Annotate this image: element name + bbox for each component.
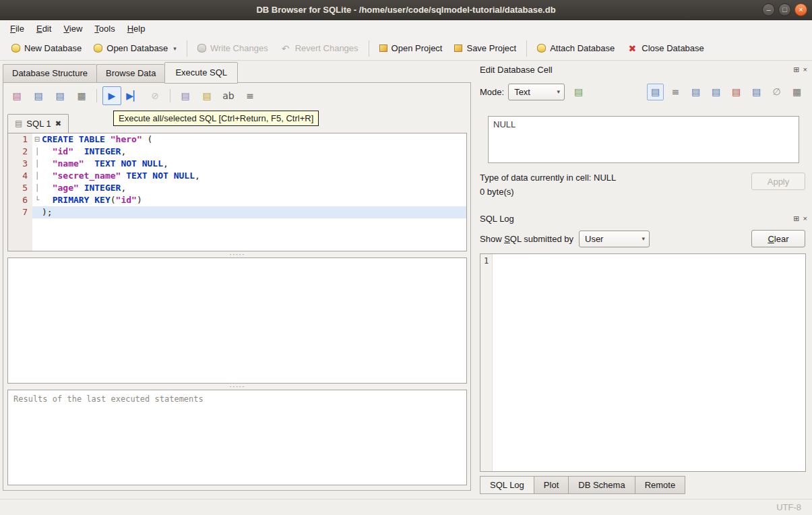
menu-tools[interactable]: Tools [88,22,121,36]
tab-browse-data[interactable]: Browse Data [96,64,164,83]
import-cell-button[interactable]: ▤ [748,84,765,100]
fold-marker-icon[interactable] [32,206,42,218]
fold-marker-icon[interactable]: │ [32,182,42,194]
close-icon[interactable]: × [803,215,807,222]
new-database-button[interactable]: New Database [5,40,88,57]
toolbar-separator [526,40,527,57]
fold-marker-icon[interactable]: │ [32,146,42,158]
write-changes-icon [197,44,206,53]
revert-changes-button[interactable]: ↶Revert Changes [274,40,365,57]
attach-database-label: Attach Database [550,43,615,53]
text-mode-button[interactable]: ▤ [647,84,664,100]
tab-execute-sql[interactable]: Execute SQL [164,62,238,84]
set-null-button[interactable]: ∅ [768,84,785,100]
find-replace-button[interactable]: ab [219,86,238,105]
cell-toolbar: ▤▤≡▤▤▤▤∅▦ [570,84,805,100]
mode-select[interactable]: Text ▾ [508,84,565,100]
tab-database-structure[interactable]: Database Structure [3,64,96,83]
new-database-icon [11,44,20,53]
close-button[interactable]: × [794,3,807,16]
log-line-number: 1 [480,254,493,471]
new-database-label: New Database [24,43,82,53]
sql-log-header: SQL Log ⊞ × [480,212,807,225]
execute-line-button[interactable]: ▶▏ [124,86,143,105]
chevron-down-icon[interactable]: ▾ [173,45,177,52]
menu-edit[interactable]: Edit [30,22,57,36]
log-filter-select[interactable]: User ▾ [579,231,650,247]
tab-remote[interactable]: Remote [635,476,686,494]
export-cell-icon: ▤ [732,87,741,96]
splitter-handle[interactable] [7,252,467,257]
tab-sql-log[interactable]: SQL Log [480,476,534,494]
cell-mode-row: Mode: Text ▾ ▤▤≡▤▤▤▤∅▦ [480,82,805,101]
close-database-button[interactable]: ✖Close Database [621,40,710,57]
save-sql-file-button[interactable]: ▤ [29,86,48,105]
export-results-icon: ▤ [202,91,211,100]
editor-line[interactable]: 6└ PRIMARY KEY("id") [8,194,466,206]
word-wrap-button[interactable]: ≡ [241,86,259,105]
open-project-label: Open Project [392,43,443,53]
sql-editor[interactable]: 1⊟CREATE TABLE "hero" (2│ "id" INTEGER,3… [7,133,467,251]
open-project-button[interactable]: Open Project [373,40,449,57]
fold-marker-icon[interactable]: │ [32,158,42,170]
import-cell-icon: ▤ [752,87,761,96]
editor-line[interactable]: 5│ "age" INTEGER, [8,182,466,194]
window-controls: – □ × [762,3,807,16]
export-cell-button[interactable]: ▤ [728,84,745,100]
save-project-label: Save Project [466,43,516,53]
paste-button[interactable]: ▤ [708,84,724,100]
save-results-button[interactable]: ▤ [176,86,195,105]
stop-button[interactable]: ⊘ [146,86,164,105]
fold-marker-icon[interactable]: │ [32,170,42,182]
editor-line[interactable]: 4│ "secret_name" TEXT NOT NULL, [8,170,466,182]
tab-plot[interactable]: Plot [534,476,569,494]
editor-line[interactable]: 3│ "name" TEXT NOT NULL, [8,158,466,170]
print-button[interactable]: ▦ [788,84,805,100]
fold-marker-icon[interactable]: └ [32,194,42,206]
copy-button[interactable]: ▤ [687,84,704,100]
editor-line[interactable]: 7); [8,206,466,218]
attach-database-button[interactable]: Attach Database [531,40,621,57]
execute-line-icon: ▶▏ [126,91,141,100]
fold-marker-icon[interactable]: ⊟ [32,133,42,146]
maximize-button[interactable]: □ [778,3,791,16]
word-wrap-button[interactable]: ≡ [667,84,684,100]
menu-help[interactable]: Help [121,22,152,36]
line-number: 1 [8,133,32,146]
toolbar-separator [187,40,187,57]
save-sql-as-button[interactable]: ▤ [51,86,69,105]
tab-db-schema[interactable]: DB Schema [569,476,635,494]
open-sql-file-button[interactable]: ▤ [7,86,26,105]
close-icon[interactable]: × [803,66,807,73]
sql-log-box[interactable]: 1 [480,253,806,472]
open-database-label: Open Database [106,43,168,53]
code-text: PRIMARY KEY("id") [42,194,142,206]
import-from-file-button[interactable]: ▤ [570,84,587,100]
right-pane: Edit Database Cell ⊞ × Mode: Text ▾ ▤▤≡▤… [475,61,812,499]
apply-button[interactable]: Apply [751,173,805,190]
cell-editor[interactable]: NULL [488,116,799,163]
execute-all-button[interactable]: ▶ [102,86,121,105]
float-icon[interactable]: ⊞ [793,215,799,222]
editor-line-body: ); [32,206,466,218]
tab-sql-1[interactable]: ▤ SQL 1 ✖ [7,114,69,133]
code-text: "age" INTEGER, [42,182,126,194]
minimize-button[interactable]: – [762,3,775,16]
code-text: "id" INTEGER, [42,146,126,158]
write-changes-button[interactable]: Write Changes [191,40,274,57]
titlebar[interactable]: DB Browser for SQLite - /home/user/code/… [0,0,812,20]
editor-line[interactable]: 2│ "id" INTEGER, [8,146,466,158]
menu-view[interactable]: View [57,22,88,36]
menu-file[interactable]: File [4,22,30,36]
float-icon[interactable]: ⊞ [793,66,799,73]
splitter-handle[interactable] [7,384,467,389]
cell-type-text: Type of data currently in cell: NULL [480,173,616,183]
export-results-button[interactable]: ▤ [197,86,216,105]
clear-button[interactable]: Clear [751,230,805,247]
print-button[interactable]: ▦ [72,86,91,105]
editor-line[interactable]: 1⊟CREATE TABLE "hero" ( [8,133,466,146]
open-database-button[interactable]: Open Database▾ [88,40,183,57]
save-project-button[interactable]: Save Project [448,40,522,57]
cell-size-text: 0 byte(s) [480,187,616,197]
close-tab-icon[interactable]: ✖ [55,119,61,128]
